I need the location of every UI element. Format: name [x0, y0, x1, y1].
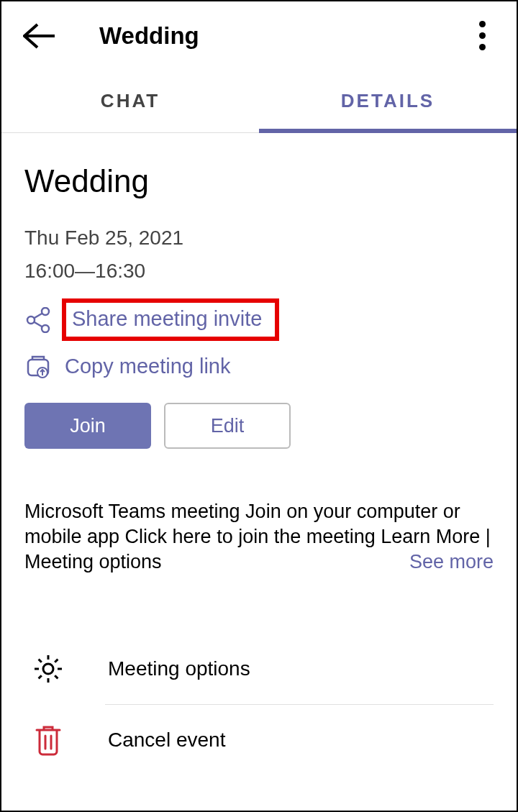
join-button[interactable]: Join	[24, 403, 151, 449]
tab-details[interactable]: DETAILS	[259, 70, 517, 132]
options-list: Meeting options Cancel event	[24, 634, 494, 775]
share-invite-link[interactable]: Share meeting invite	[72, 307, 262, 330]
trash-icon	[30, 722, 66, 758]
copy-action-row: Copy meeting link	[24, 352, 494, 380]
share-icon	[24, 306, 52, 334]
gear-icon	[30, 651, 66, 687]
header: Wedding	[1, 1, 517, 70]
copy-link-icon	[24, 352, 52, 380]
content-area: Wedding Thu Feb 25, 2021 16:00—16:30 Sha…	[1, 133, 517, 775]
meeting-description: Microsoft Teams meeting Join on your com…	[24, 499, 494, 575]
meeting-options-label: Meeting options	[108, 657, 250, 680]
more-vertical-icon	[479, 21, 486, 50]
button-row: Join Edit	[24, 403, 494, 449]
back-arrow-icon	[23, 23, 55, 49]
edit-button[interactable]: Edit	[164, 403, 291, 449]
share-action-row: Share meeting invite	[24, 298, 494, 341]
event-time: 16:00—16:30	[24, 260, 494, 283]
see-more-link[interactable]: See more	[402, 549, 494, 575]
copy-link-action[interactable]: Copy meeting link	[65, 355, 231, 378]
event-date: Thu Feb 25, 2021	[24, 227, 494, 250]
meeting-options-row[interactable]: Meeting options	[24, 634, 494, 704]
more-menu-button[interactable]	[468, 22, 496, 50]
cancel-event-label: Cancel event	[108, 729, 225, 752]
back-button[interactable]	[22, 19, 56, 53]
svg-point-7	[43, 664, 53, 674]
cancel-event-row[interactable]: Cancel event	[24, 705, 494, 775]
tab-chat[interactable]: CHAT	[1, 70, 259, 132]
svg-line-4	[34, 321, 42, 327]
tab-bar: CHAT DETAILS	[1, 70, 517, 133]
header-title: Wedding	[99, 22, 199, 50]
share-highlight-box: Share meeting invite	[62, 298, 279, 341]
event-title: Wedding	[24, 163, 494, 199]
svg-line-3	[34, 313, 42, 318]
